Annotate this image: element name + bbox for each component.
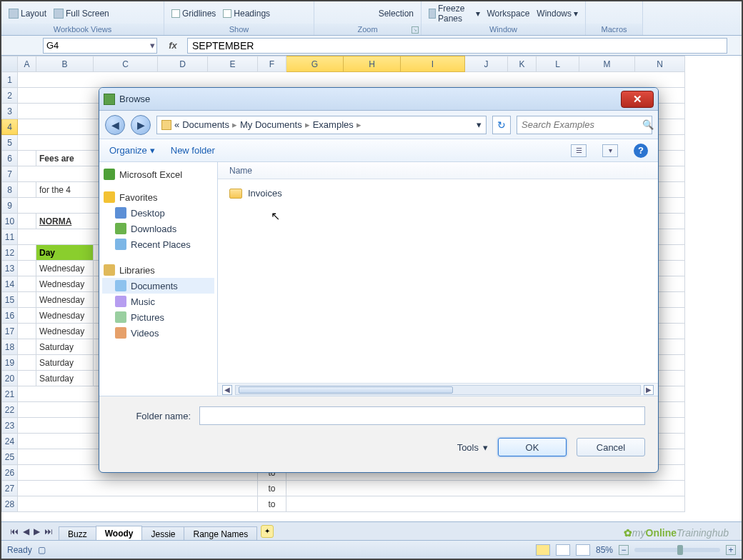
row-header[interactable]: 27 — [2, 481, 18, 496]
scrollbar-thumb[interactable] — [239, 386, 453, 394]
tree-item-recent[interactable]: Recent Places — [102, 236, 214, 252]
breadcrumb[interactable]: My Documents — [240, 119, 302, 130]
save-workspace-button[interactable]: Workspace — [487, 9, 530, 19]
macro-record-icon[interactable]: ▢ — [38, 545, 46, 555]
sheet-tab[interactable]: Range Names — [184, 526, 257, 541]
folder-name-input[interactable] — [199, 406, 645, 425]
row-header[interactable]: 2 — [2, 88, 18, 104]
col-header-K[interactable]: K — [508, 56, 537, 72]
row-header[interactable]: 13 — [2, 261, 18, 276]
tab-nav-next-icon[interactable]: ▶ — [32, 526, 41, 536]
tree-item-documents[interactable]: Documents — [102, 278, 214, 294]
row-header[interactable]: 25 — [2, 449, 18, 465]
address-bar[interactable]: « Documents▸ My Documents▸ Examples▸ ▾ — [156, 116, 487, 134]
headings-checkbox[interactable]: Headings — [223, 9, 270, 19]
tools-menu[interactable]: Tools ▾ — [457, 442, 488, 453]
row-header[interactable]: 26 — [2, 465, 18, 481]
view-options-button[interactable]: ☰ — [571, 144, 587, 157]
col-header-C[interactable]: C — [94, 56, 158, 72]
search-input[interactable] — [522, 119, 642, 130]
row-header[interactable]: 11 — [2, 229, 18, 245]
cell[interactable]: Day — [36, 245, 94, 261]
row-header[interactable]: 10 — [2, 214, 18, 229]
forward-button[interactable]: ▶ — [131, 115, 151, 135]
row-header[interactable]: 21 — [2, 386, 18, 402]
cell[interactable]: Saturday — [36, 371, 94, 386]
new-sheet-button[interactable]: ✦ — [261, 525, 274, 538]
col-header-F[interactable]: F — [258, 56, 286, 72]
layout-button[interactable]: Layout — [9, 9, 46, 19]
breadcrumb[interactable]: Examples — [313, 119, 354, 130]
cell[interactable]: Wednesday — [36, 324, 94, 339]
tree-item-music[interactable]: Music — [102, 294, 214, 309]
organize-menu[interactable]: Organize ▾ — [109, 145, 155, 156]
row-header[interactable]: 28 — [2, 496, 18, 512]
col-header-I[interactable]: I — [401, 56, 465, 72]
col-header-L[interactable]: L — [537, 56, 579, 72]
scroll-left-icon[interactable]: ◀ — [222, 385, 232, 395]
cell[interactable]: Saturday — [36, 355, 94, 371]
cell[interactable]: Wednesday — [36, 276, 94, 292]
row-header[interactable]: 22 — [2, 402, 18, 418]
view-layout-button[interactable] — [556, 544, 570, 556]
cell[interactable]: Wednesday — [36, 292, 94, 308]
row-header[interactable]: 7 — [2, 166, 18, 182]
list-item[interactable]: Invoices — [229, 188, 647, 199]
row-header[interactable]: 24 — [2, 434, 18, 449]
row-header[interactable]: 8 — [2, 182, 18, 198]
fullscreen-button[interactable]: Full Screen — [54, 9, 109, 19]
switch-windows-button[interactable]: Windows ▾ — [537, 9, 578, 19]
row-header[interactable]: 23 — [2, 418, 18, 434]
cell[interactable]: Wednesday — [36, 308, 94, 324]
dialog-titlebar[interactable]: Browse ✕ — [99, 88, 658, 111]
view-normal-button[interactable] — [536, 544, 550, 556]
search-icon[interactable]: 🔍 — [642, 119, 654, 130]
tab-nav-last-icon[interactable]: ⏭ — [43, 526, 54, 536]
horizontal-scrollbar[interactable]: ◀ ▶ — [218, 383, 658, 396]
col-header-J[interactable]: J — [465, 56, 508, 72]
tree-item-pictures[interactable]: Pictures — [102, 309, 214, 325]
tree-item-downloads[interactable]: Downloads — [102, 221, 214, 236]
row-header[interactable]: 14 — [2, 276, 18, 292]
row-header[interactable]: 16 — [2, 308, 18, 324]
zoom-out-button[interactable]: − — [619, 545, 629, 555]
col-header-D[interactable]: D — [158, 56, 208, 72]
ok-button[interactable]: OK — [498, 438, 567, 456]
col-header-B[interactable]: B — [36, 56, 94, 72]
name-box[interactable]: G4 ▾ — [43, 38, 157, 54]
address-dropdown-icon[interactable]: ▾ — [477, 119, 482, 130]
sheet-tab[interactable]: Woody — [96, 526, 143, 540]
cell[interactable]: Saturday — [36, 339, 94, 355]
scroll-right-icon[interactable]: ▶ — [644, 385, 654, 395]
sheet-tab[interactable]: Jessie — [141, 526, 184, 541]
cell[interactable]: Wednesday — [36, 261, 94, 276]
col-header-H[interactable]: H — [344, 56, 401, 72]
breadcrumb[interactable]: Documents — [182, 119, 229, 130]
close-button[interactable]: ✕ — [621, 91, 654, 108]
row-header[interactable]: 12 — [2, 245, 18, 261]
row-header[interactable]: 19 — [2, 355, 18, 371]
zoom-in-button[interactable]: + — [726, 545, 736, 555]
col-header-G[interactable]: G — [286, 56, 344, 72]
row-header[interactable]: 15 — [2, 292, 18, 308]
insert-function-icon[interactable]: fx — [159, 40, 187, 51]
help-button[interactable]: ? — [634, 144, 648, 158]
row-header[interactable]: 17 — [2, 324, 18, 339]
folder-tree[interactable]: Microsoft Excel Favorites Desktop Downlo… — [99, 162, 218, 396]
col-header-M[interactable]: M — [579, 56, 635, 72]
cell[interactable]: to — [258, 496, 286, 512]
zoom-selection-button[interactable]: Selection — [379, 9, 414, 19]
search-box[interactable]: 🔍 — [517, 116, 652, 134]
tab-nav-first-icon[interactable]: ⏮ — [9, 526, 20, 536]
back-button[interactable]: ◀ — [105, 115, 125, 135]
tree-item-videos[interactable]: Videos — [102, 325, 214, 341]
col-header-A[interactable]: A — [18, 56, 36, 72]
row-header[interactable]: 4 — [2, 119, 18, 135]
sheet-tab[interactable]: Buzz — [59, 526, 96, 541]
row-header[interactable]: 9 — [2, 198, 18, 214]
row-header[interactable]: 5 — [2, 135, 18, 151]
col-header-E[interactable]: E — [208, 56, 258, 72]
gridlines-checkbox[interactable]: Gridlines — [171, 9, 216, 19]
cell[interactable]: to — [258, 481, 286, 496]
tab-nav-prev-icon[interactable]: ◀ — [21, 526, 31, 536]
